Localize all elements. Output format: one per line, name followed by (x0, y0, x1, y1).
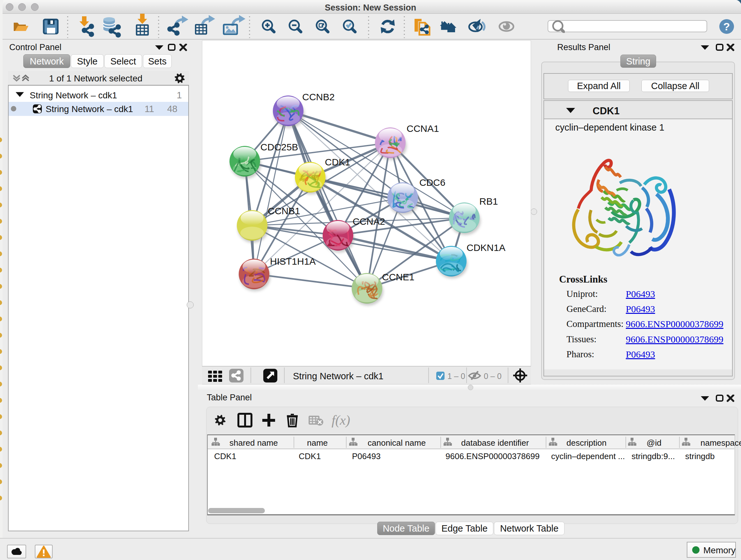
svg-text:CCNE1: CCNE1 (382, 272, 414, 282)
svg-text:CDKN1A: CDKN1A (467, 242, 506, 253)
svg-text:CCNB2: CCNB2 (302, 91, 335, 102)
svg-text:HIST1H1A: HIST1H1A (270, 256, 316, 266)
svg-text:CDK1: CDK1 (325, 157, 350, 167)
svg-text:CCNB1: CCNB1 (268, 206, 300, 216)
svg-text:CDC6: CDC6 (419, 177, 446, 188)
svg-text:CCNA2: CCNA2 (353, 216, 385, 227)
svg-text:CDC25B: CDC25B (260, 142, 298, 152)
svg-text:RB1: RB1 (479, 196, 498, 206)
svg-text:CCNA1: CCNA1 (407, 123, 439, 134)
